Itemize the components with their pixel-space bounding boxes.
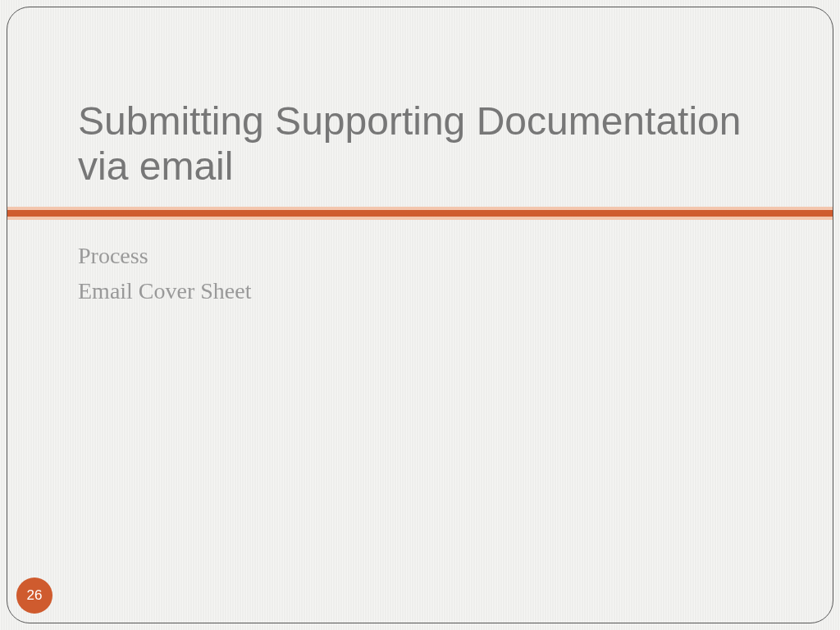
page-number: 26 xyxy=(27,587,43,604)
body-line-1: Process xyxy=(78,238,762,273)
body-line-2: Email Cover Sheet xyxy=(78,273,762,308)
slide-content: Submitting Supporting Documentation via … xyxy=(0,0,840,630)
slide-title: Submitting Supporting Documentation via … xyxy=(78,98,762,189)
title-divider xyxy=(7,207,833,220)
page-number-badge: 26 xyxy=(16,578,52,614)
slide: Submitting Supporting Documentation via … xyxy=(0,0,840,630)
slide-body: Process Email Cover Sheet xyxy=(78,238,762,309)
divider-dark-bar xyxy=(7,210,833,217)
